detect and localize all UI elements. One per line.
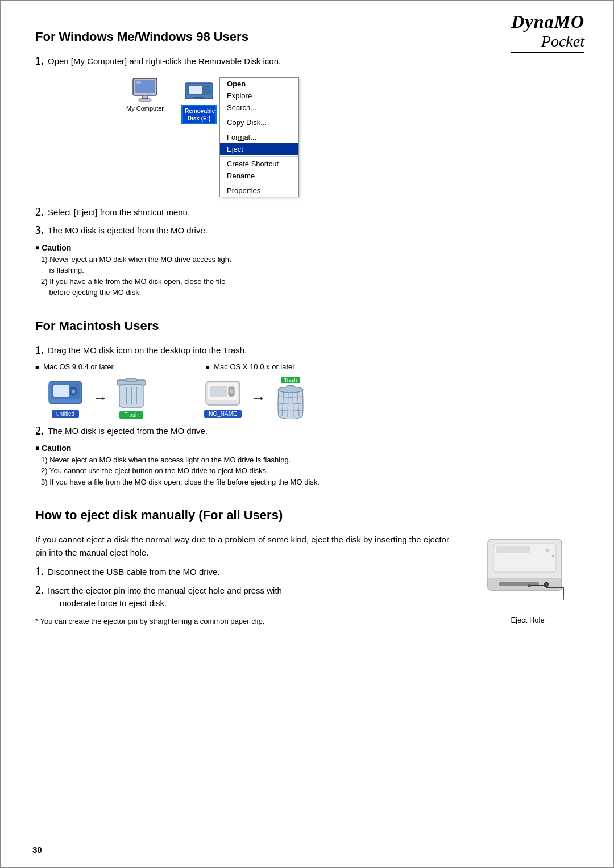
- mac-osx-arrow: →: [250, 389, 266, 407]
- windows-step1-text: Open [My Computer] and right-click the R…: [48, 55, 281, 68]
- eject-step1: 1. Disconnect the USB cable from the MO …: [35, 566, 459, 579]
- mac-osx-group: NO_NAME → Trash: [204, 377, 307, 419]
- svg-point-25: [278, 387, 303, 393]
- context-menu-item-rename[interactable]: Rename: [220, 170, 298, 182]
- separator-3: [220, 156, 298, 157]
- eject-intro: If you cannot eject a disk the normal wa…: [35, 533, 459, 559]
- eject-section-content: If you cannot eject a disk the normal wa…: [35, 533, 579, 627]
- mac-os9-trash: Trash: [116, 378, 147, 419]
- mac-os9-arrow: →: [92, 389, 108, 407]
- mac-osx-trash-svg: [274, 384, 307, 419]
- mac-illustrations: untitled →: [47, 377, 579, 419]
- mac-step2-num: 2.: [35, 425, 48, 436]
- eject-step1-num: 1.: [35, 566, 48, 577]
- mac-step1-num: 1.: [35, 344, 48, 356]
- separator-4: [220, 183, 298, 183]
- mac-osx-disk: NO_NAME: [204, 379, 242, 418]
- windows-step3: 3. The MO disk is ejected from the MO dr…: [35, 224, 579, 237]
- mac-osx-trash: Trash: [274, 377, 307, 419]
- mac-caution-item-1: 1) Never eject an MO disk when the acces…: [41, 454, 579, 466]
- logo-area: DynaMO Pocket: [511, 11, 584, 53]
- windows-illustration: My Computer Removable Di: [35, 77, 579, 197]
- mac-caution: Caution 1) Never eject an MO disk when t…: [35, 444, 579, 488]
- context-menu-item-copydisk[interactable]: Copy Disk...: [220, 116, 298, 128]
- context-menu-item-open[interactable]: Open: [220, 78, 298, 90]
- windows-caution: Caution 1) Never eject an MO disk when t…: [35, 243, 579, 298]
- svg-point-36: [552, 555, 554, 557]
- mac-osx-disk-svg: [204, 379, 242, 410]
- svg-rect-3: [139, 99, 151, 101]
- mac-osx-disk-label: NO_NAME: [204, 410, 241, 418]
- mac-section: For Macintosh Users 1. Drag the MO disk …: [35, 319, 579, 488]
- windows-step2-text: Select [Eject] from the shortcut menu.: [48, 206, 190, 219]
- mac-section-title: For Macintosh Users: [35, 319, 579, 336]
- mac-os9-disk: untitled: [47, 379, 84, 418]
- eject-step2: 2. Insert the ejector pin into the manua…: [35, 585, 459, 610]
- my-computer-label: My Computer: [126, 105, 164, 112]
- logo-product: Pocket: [511, 32, 584, 53]
- context-menu-item-search[interactable]: Search...: [220, 102, 298, 114]
- windows-caution-item-2: 2) If you have a file from the MO disk o…: [41, 276, 579, 298]
- mac-caution-list: 1) Never eject an MO disk when the acces…: [35, 454, 579, 488]
- separator-2: [220, 130, 298, 130]
- mac-caution-item-2: 2) You cannot use the eject button on th…: [41, 465, 579, 477]
- eject-text-column: If you cannot eject a disk the normal wa…: [35, 533, 459, 627]
- step3-num: 3.: [35, 224, 48, 236]
- context-menu-item-createshortcut[interactable]: Create Shortcut: [220, 158, 298, 170]
- removable-disk-icon: [184, 80, 214, 103]
- removable-disk-label: Removable Disk (E:): [181, 105, 217, 124]
- windows-section-title: For Windows Me/Windows 98 Users: [35, 30, 579, 47]
- windows-step1: 1. Open [My Computer] and right-click th…: [35, 55, 579, 68]
- svg-rect-7: [189, 86, 202, 94]
- windows-caution-title: Caution: [35, 243, 579, 252]
- svg-point-35: [546, 549, 549, 552]
- mac-step2: 2. The MO disk is ejected from the MO dr…: [35, 425, 579, 438]
- mac-caution-item-3: 3) If you have a file from the MO disk o…: [41, 477, 579, 488]
- context-menu-item-format[interactable]: Format...: [220, 131, 298, 143]
- eject-hole-diagram: [479, 533, 576, 613]
- eject-step2-text: Insert the ejector pin into the manual e…: [48, 585, 282, 610]
- mac-os9-disk-label: untitled: [52, 410, 79, 418]
- windows-step3-text: The MO disk is ejected from the MO drive…: [48, 224, 208, 237]
- mac-caution-title: Caution: [35, 444, 579, 453]
- mac-step1-text: Drag the MO disk icon on the desktop int…: [48, 344, 247, 357]
- context-menu-item-explore[interactable]: Explore: [220, 90, 298, 102]
- mac-os9-trash-label: Trash: [119, 411, 143, 419]
- separator-1: [220, 115, 298, 115]
- eject-step2-num: 2.: [35, 585, 48, 596]
- svg-point-24: [230, 390, 233, 393]
- context-menu-item-properties[interactable]: Properties: [220, 185, 298, 197]
- step2-num: 2.: [35, 206, 48, 218]
- svg-rect-15: [126, 378, 136, 382]
- svg-rect-11: [53, 385, 69, 397]
- mac-os9-group: untitled →: [47, 378, 147, 419]
- logo-brand: DynaMO: [511, 11, 584, 32]
- svg-rect-2: [142, 95, 148, 99]
- svg-point-13: [72, 390, 75, 393]
- page-number: 30: [32, 845, 42, 854]
- eject-section-title: How to eject disk manually (For all User…: [35, 508, 579, 525]
- eject-section: How to eject disk manually (For all User…: [35, 508, 579, 627]
- mac-os-labels-row: ■ Mac OS 9.0.4 or later ■ Mac OS X 10.0.…: [35, 362, 579, 371]
- eject-step1-text: Disconnect the USB cable from the MO dri…: [48, 566, 220, 579]
- mac-osx-trash-label: Trash: [281, 377, 301, 383]
- mac-os9-disk-svg: [47, 379, 84, 410]
- windows-section: For Windows Me/Windows 98 Users 1. Open …: [35, 30, 579, 298]
- svg-rect-4: [136, 81, 141, 84]
- eject-hole-label: Eject Hole: [511, 616, 544, 624]
- windows-caution-item-1: 1) Never eject an MO disk when the MO dr…: [41, 254, 579, 276]
- windows-step2: 2. Select [Eject] from the shortcut menu…: [35, 206, 579, 219]
- my-computer-icon: [130, 77, 160, 103]
- svg-rect-34: [496, 546, 530, 553]
- svg-point-42: [528, 584, 531, 587]
- svg-rect-8: [193, 97, 204, 98]
- mac-step1: 1. Drag the MO disk icon on the desktop …: [35, 344, 579, 357]
- windows-caution-list: 1) Never eject an MO disk when the MO dr…: [35, 254, 579, 298]
- step1-num: 1.: [35, 55, 48, 66]
- mac-os-label: ■ Mac OS 9.0.4 or later: [35, 362, 206, 371]
- eject-note: * You can create the ejector pin by stra…: [35, 616, 459, 627]
- context-menu: Open Explore Search... Copy Disk... Form…: [219, 77, 299, 197]
- mac-step2-text: The MO disk is ejected from the MO drive…: [48, 425, 208, 438]
- eject-diagram-column: Eject Hole: [476, 533, 579, 624]
- context-menu-item-eject[interactable]: Eject: [220, 143, 298, 155]
